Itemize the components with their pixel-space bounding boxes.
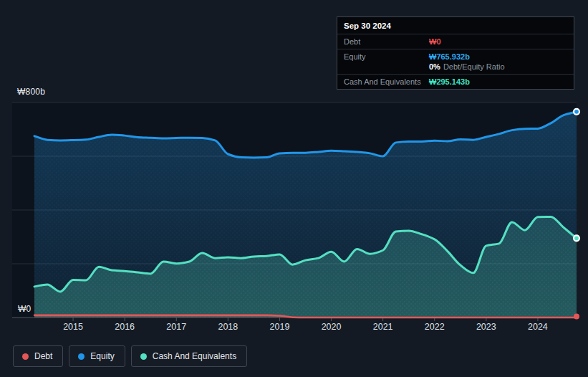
x-tick-label: 2023 [476,322,496,332]
end-marker-debt [574,314,579,320]
legend-item-cash[interactable]: Cash And Equivalents [131,345,247,367]
y-axis-label-0: ₩0 [18,304,31,314]
legend-item-debt[interactable]: Debt [13,345,63,367]
tooltip-row-debt: Debt ₩0 [337,34,574,49]
tooltip-equity-value: ₩765.932b [429,52,470,61]
legend-label-cash: Cash And Equivalents [153,351,236,361]
chart-canvas: 2015201620172018201920202021202220232024… [0,0,588,377]
x-tick-label: 2017 [166,322,186,332]
ratio-caption: Debt/Equity Ratio [443,62,505,71]
x-tick-label: 2016 [115,322,135,332]
legend-item-equity[interactable]: Equity [69,345,125,367]
y-axis-label-800b: ₩800b [17,87,45,97]
tooltip-date: Sep 30 2024 [337,17,574,34]
x-tick-label: 2018 [218,322,238,332]
legend-label-debt: Debt [34,351,52,361]
x-tick-label: 2020 [322,322,342,332]
tooltip-equity-label: Equity [344,52,429,61]
tooltip-row-equity: Equity ₩765.932b 0%Debt/Equity Ratio [337,49,574,75]
legend-label-equity: Equity [90,351,114,361]
x-tick-label: 2021 [373,322,393,332]
legend: Debt Equity Cash And Equivalents [13,345,247,367]
tooltip-debt-equity-ratio: 0%Debt/Equity Ratio [429,62,505,71]
debt-series-dot-icon [22,353,29,360]
equity-series-dot-icon [78,353,85,360]
ratio-value: 0% [429,62,440,71]
tooltip-debt-value: ₩0 [429,37,441,46]
x-tick-label: 2022 [425,322,445,332]
x-tick-label: 2024 [528,322,548,332]
tooltip-row-cash: Cash And Equivalents ₩295.143b [337,75,574,89]
cash-series-dot-icon [140,353,147,360]
x-axis-ticks: 2015201620172018201920202021202220232024 [63,318,548,332]
end-marker-equity [574,109,579,115]
tooltip-debt-label: Debt [344,37,429,46]
tooltip: Sep 30 2024 Debt ₩0 Equity ₩765.932b 0%D… [337,16,574,90]
tooltip-cash-value: ₩295.143b [429,77,470,86]
end-marker-cash [574,235,579,241]
x-tick-label: 2015 [63,322,83,332]
tooltip-cash-label: Cash And Equivalents [344,77,429,86]
x-tick-label: 2019 [270,322,290,332]
